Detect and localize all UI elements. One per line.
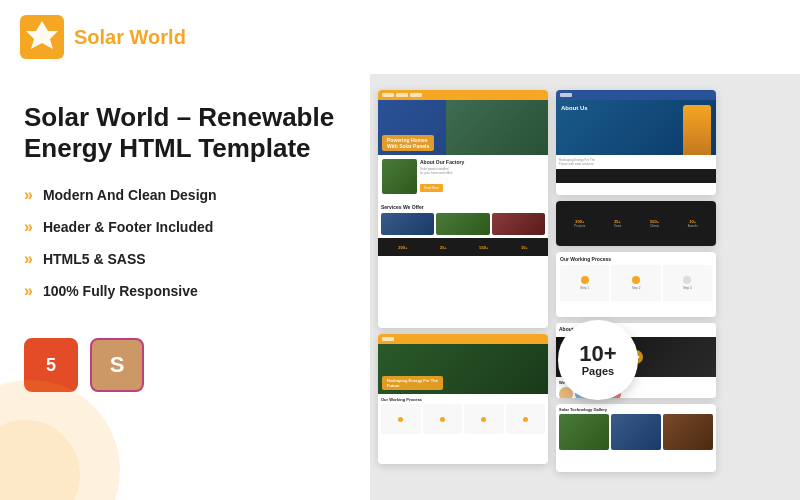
stat-3: 550+ Clients (650, 219, 659, 228)
mock-page-stats: 200+ Projects 25+ Years 550+ Clients 10+… (556, 201, 716, 246)
work-item-4 (506, 404, 546, 434)
arrow-icon-4: » (24, 282, 33, 300)
mock-footer (556, 169, 716, 183)
proc-label-2: Step 2 (632, 286, 641, 290)
service-card-3 (492, 213, 545, 235)
hero-text: Powering HomesWith Solar Panels (382, 135, 434, 151)
stat-2: 25+ Years (614, 219, 622, 228)
proc-item-2: Step 2 (611, 265, 660, 301)
sass-badge: S (90, 338, 144, 392)
about-text: About Our Factory Solar panels installed… (420, 159, 544, 194)
mock-stats-bar: 200+ Projects 25+ Years 550+ Clients 10+… (556, 201, 716, 246)
about-row: About Our Factory Solar panels installed… (382, 159, 544, 194)
mock-nav (378, 90, 548, 100)
gallery-content: Solar Technology Gallery (556, 404, 716, 453)
app-header: Solar World (0, 0, 800, 74)
proc-item-1: Step 1 (560, 265, 609, 301)
proc-label-3: Step 3 (683, 286, 692, 290)
proc-item-3: Step 3 (663, 265, 712, 301)
hero-img (446, 100, 548, 155)
stat-4: 10+ Awards (688, 219, 698, 228)
mock-hero: Powering HomesWith Solar Panels (378, 100, 548, 155)
gallery-img-1 (559, 414, 609, 450)
left-panel: Solar World – Renewable Energy HTML Temp… (0, 74, 370, 500)
work-dot-2 (440, 417, 445, 422)
service-card-1 (381, 213, 434, 235)
product-title: Solar World – Renewable Energy HTML Temp… (24, 102, 346, 164)
mock-page-about: About Us Reshaping Energy For TheFuture … (556, 90, 716, 195)
working-title: Our Working Process (381, 397, 545, 402)
gallery-title: Solar Technology Gallery (559, 407, 713, 412)
solar-logo-icon (20, 15, 64, 59)
about-desc-text: Reshaping Energy For TheFuture with sola… (559, 158, 713, 166)
working-section: Our Working Process (378, 394, 548, 437)
nav-dot (382, 337, 394, 341)
stat-1: 200+ Projects (574, 219, 585, 228)
feature-item-2: » Header & Footer Included (24, 218, 346, 236)
services-section: Services We Offer (378, 201, 548, 238)
stat-3-label: Clients (650, 224, 659, 228)
proc-dot-2 (632, 276, 640, 284)
feature-item-3: » HTML5 & SASS (24, 250, 346, 268)
arrow-icon-2: » (24, 218, 33, 236)
right-panel: 10+ Pages Powering HomesWith Solar Panel… (370, 74, 800, 500)
logo-text: Solar World (74, 26, 186, 49)
about-btn: Read More (420, 184, 443, 192)
screenshot-col-right: About Us Reshaping Energy For TheFuture … (556, 90, 716, 484)
worker-figure (683, 105, 711, 155)
mock-stats: 200+ 25+ 550+ 10+ (378, 238, 548, 256)
working-section-title: Our Working Process (560, 256, 712, 262)
screenshot-col-left: Powering HomesWith Solar Panels About Ou… (378, 90, 548, 484)
mock-page-working: Our Working Process Step 1 Step 2 Ste (556, 252, 716, 317)
pages-badge: 10+ Pages (558, 320, 638, 400)
about-title: About Our Factory (420, 159, 544, 165)
services-cards (381, 213, 545, 235)
working-items (381, 404, 545, 434)
arrow-icon-3: » (24, 250, 33, 268)
mock-page-reshaping: Reshaping Energy For TheFuture Our Worki… (378, 334, 548, 464)
nav-dot (382, 93, 394, 97)
proc-dot-1 (581, 276, 589, 284)
stat-1-label: Projects (574, 224, 585, 228)
arrow-icon-1: » (24, 186, 33, 204)
services-title: Services We Offer (381, 204, 545, 210)
working-row: Step 1 Step 2 Step 3 (560, 265, 712, 301)
mock-nav-2 (378, 334, 548, 344)
mock-nav-about (556, 90, 716, 100)
proc-label-1: Step 1 (580, 286, 589, 290)
nav-dot (560, 93, 572, 97)
features-list: » Modern And Clean Design » Header & Foo… (24, 186, 346, 314)
work-dot-3 (481, 417, 486, 422)
gallery-img-3 (663, 414, 713, 450)
reshaping-text: Reshaping Energy For TheFuture (382, 376, 443, 390)
working-content: Our Working Process Step 1 Step 2 Ste (556, 252, 716, 305)
gallery-img-2 (611, 414, 661, 450)
gallery-row (559, 414, 713, 450)
about-label: About Us (561, 105, 588, 111)
logo: Solar World (20, 15, 186, 59)
about-img (382, 159, 417, 194)
nav-dot (410, 93, 422, 97)
tech-badges: 5 S (24, 338, 346, 392)
mock-about: About Our Factory Solar panels installed… (378, 155, 548, 201)
stat-2-label: Years (614, 224, 622, 228)
work-item-1 (381, 404, 421, 434)
reshaping-hero: Reshaping Energy For TheFuture (378, 344, 548, 394)
about-content: Reshaping Energy For TheFuture with sola… (556, 155, 716, 169)
proc-dot-3 (683, 276, 691, 284)
about-hero: About Us (556, 100, 716, 155)
work-dot-1 (398, 417, 403, 422)
mock-page-gallery: Solar Technology Gallery (556, 404, 716, 472)
mock-page-main: Powering HomesWith Solar Panels About Ou… (378, 90, 548, 328)
service-card-2 (436, 213, 489, 235)
work-dot-4 (523, 417, 528, 422)
work-item-3 (464, 404, 504, 434)
about-desc: Solar panels installedfor your home and … (420, 167, 544, 175)
feature-item-1: » Modern And Clean Design (24, 186, 346, 204)
nav-dot (396, 93, 408, 97)
stat-4-label: Awards (688, 224, 698, 228)
feature-item-4: » 100% Fully Responsive (24, 282, 346, 300)
main-content: Solar World – Renewable Energy HTML Temp… (0, 74, 800, 500)
work-item-2 (423, 404, 463, 434)
